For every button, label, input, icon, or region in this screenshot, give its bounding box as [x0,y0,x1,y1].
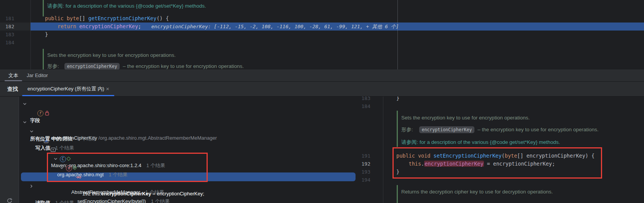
javadoc-param-line: 形参:encryptionCipherKey– the encryption k… [401,126,599,134]
line-number-184: 184 [5,39,21,47]
javadoc-quote-bar [397,185,398,203]
active-tab-underline [5,80,22,81]
param-label: 形参: [401,127,413,132]
chevron-down-icon[interactable] [38,139,42,142]
ide-window: 请参阅: for a description of the various {@… [0,0,644,203]
line-number-184: 184 [354,102,370,110]
gutter-divider [30,0,31,69]
code-line-182: return encryptionCipherKey; [58,23,141,31]
line-number-183: 183 [5,31,21,39]
field-icon: f [37,110,43,116]
debugger-inline-value-hint: encryptionCipherKey: [-112, -15, -2, 108… [151,23,399,31]
param-name-chip: encryptionCipherKey [419,126,475,133]
javadoc-sets-line: Sets the encryption key to use for encry… [401,114,530,122]
rerun-search-icon[interactable] [6,198,13,203]
find-result-tab[interactable]: encryptionCipherKey (所有位置 内) × [22,82,114,96]
param-name-chip: encryptionCipherKey [64,63,120,69]
javadoc-quote-bar [397,111,398,147]
chevron-right-icon[interactable] [30,184,33,188]
active-find-tab-underline [22,95,114,96]
gutter-divider [383,97,383,203]
find-panel-title: 查找 [7,82,18,96]
javadoc-quote-bar [43,0,44,16]
chevron-down-icon[interactable] [30,130,34,133]
editor-tab-bar: 文本 Jar Editor [0,69,644,82]
javadoc-param-line: 形参:encryptionCipherKey– the encryption k… [47,62,244,69]
result-count: 1 个结果 [55,200,74,203]
line-number-182: 182 [5,23,21,31]
javadoc-see-also-line: 请参阅: for a description of the various {@… [47,2,206,10]
chevron-down-icon[interactable] [23,102,27,106]
chevron-down-icon[interactable] [45,148,49,151]
javadoc-sets-line: Sets the encryption key to use for encry… [47,51,176,59]
line-number-191: 191 [354,152,370,160]
package-icon [50,147,56,152]
tree-item-field[interactable]: f encryptionCipherKey /org.apache.shiro.… [0,109,357,117]
param-label: 形参: [47,63,59,69]
find-panel-header: 查找 encryptionCipherKey (所有位置 内) × [0,82,644,97]
code-line-183: } [45,31,48,39]
annotation-box-code [392,147,602,179]
tree-group-write-usages[interactable]: 写入值1 个结果 [0,127,357,135]
javadoc-see-also-line: 请参阅: for a description of the various {@… [401,138,560,146]
tab-text[interactable]: 文本 [5,69,22,81]
match-highlight: encryptionCipherKey [101,191,151,197]
line-number-192: 192 [354,160,370,168]
code-line-181: public byte[] getEncryptionCipherKey() { [45,14,169,23]
library-icon [43,137,49,143]
editor-margin-guide [397,0,398,69]
tree-node-maven-library[interactable]: Maven: org.apache.shiro:shiro-core:1.2.4… [0,136,357,145]
tree-group-usages[interactable]: 所有位置 中的 用法2 个结果 [0,118,357,126]
method-name-get: getEncryptionCipherKey [88,15,157,21]
lock-icon [45,111,49,116]
tab-jar-editor[interactable]: Jar Editor [27,69,48,81]
javadoc-returns-line: Returns the decryption cipher key to use… [401,188,553,196]
line-number-193: 193 [354,168,370,176]
field-reference: encryptionCipherKey [79,23,138,29]
top-code-editor[interactable]: 请参阅: for a description of the various {@… [0,0,644,69]
close-icon[interactable]: × [106,82,109,96]
annotation-box-tree [47,153,208,182]
result-count: 1 个结果 [151,198,170,203]
tree-group-read-usages[interactable]: 读取值1 个结果 [0,182,357,190]
line-number-194: 194 [354,176,370,184]
javadoc-quote-bar [43,49,44,69]
chevron-down-icon[interactable] [23,121,27,124]
tree-group-fields[interactable]: 字段 [0,100,357,108]
line-number-181: 181 [5,14,21,23]
